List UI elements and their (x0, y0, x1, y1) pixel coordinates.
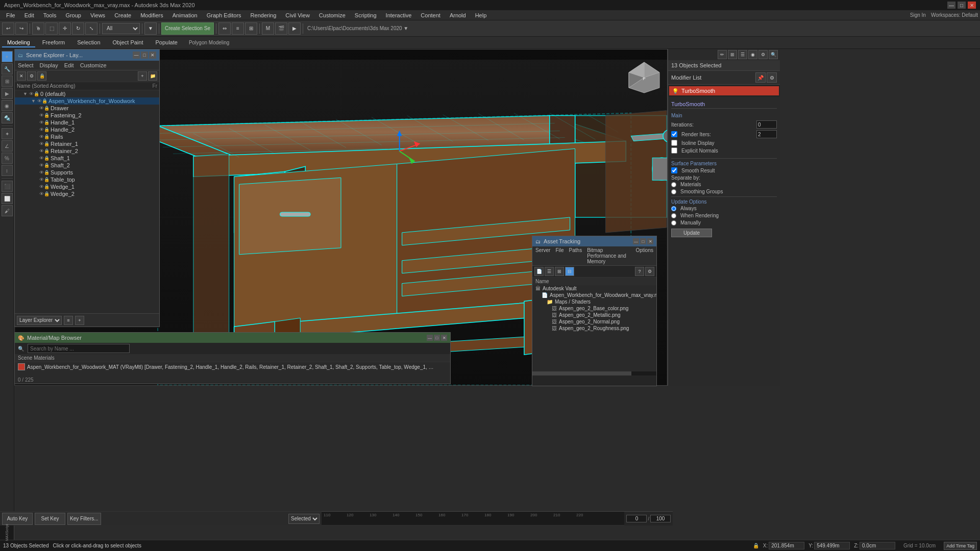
se-maximize-button[interactable]: □ (141, 52, 148, 59)
se-item-shaft1[interactable]: 👁🔒 Shaft_1 (15, 155, 159, 162)
mirror-button[interactable]: ⇔ (218, 22, 231, 35)
at-scroll-thumb[interactable] (532, 371, 631, 375)
at-item-roughness[interactable]: 🖼 Aspen_geo_2_Roughness.png (532, 325, 656, 332)
x-input[interactable] (769, 542, 804, 549)
at-tb-settings[interactable]: ⚙ (645, 267, 654, 276)
add-time-tag-button[interactable]: Add Time Tag (944, 542, 977, 550)
at-scrollbar[interactable] (532, 371, 656, 375)
timeline-total-time[interactable] (650, 515, 671, 522)
se-item-fastening2[interactable]: 👁🔒 Fastening_2 (15, 112, 159, 119)
align-button[interactable]: ≡ (232, 22, 244, 35)
menu-customize[interactable]: Customize (315, 11, 350, 19)
modifier-turbosm[interactable]: 💡 TurboSmooth (669, 86, 779, 95)
se-footer-btn2[interactable]: + (75, 316, 84, 325)
se-item-handle2[interactable]: 👁🔒 Handle_2 (15, 126, 159, 133)
mb-search-input[interactable] (28, 344, 130, 353)
sidebar-percent[interactable]: % (2, 153, 13, 164)
menu-civil-view[interactable]: Civil View (281, 11, 313, 19)
menu-interactive[interactable]: Interactive (382, 11, 416, 19)
se-tb-folder[interactable]: 📁 (148, 71, 157, 81)
rp-vp-btn2[interactable]: ⊞ (728, 50, 737, 59)
se-item-shaft2[interactable]: 👁🔒 Shaft_2 (15, 162, 159, 169)
at-tb-btn3[interactable]: ⊞ (555, 267, 564, 276)
rp-vp-btn1[interactable]: ✏ (718, 50, 727, 59)
ts-explicit-check[interactable] (671, 147, 677, 154)
at-tb-btn4[interactable]: ⊟ (565, 267, 574, 276)
tab-freeform[interactable]: Freeform (37, 38, 70, 47)
scale-button[interactable]: ⤡ (85, 22, 97, 35)
tab-selection[interactable]: Selection (72, 38, 105, 47)
z-input[interactable] (860, 542, 895, 549)
menu-modifiers[interactable]: Modifiers (136, 11, 167, 19)
mb-material-item[interactable]: Aspen_Workbench_for_Woodwork_MAT (VRayMt… (15, 362, 450, 371)
se-menu-select[interactable]: Select (18, 62, 34, 68)
ts-iterations-input[interactable] (756, 120, 777, 129)
menu-help[interactable]: Help (471, 11, 491, 19)
ts-smooth-check[interactable] (671, 167, 677, 173)
at-menu-bitmap[interactable]: Bitmap Performance and Memory (587, 247, 630, 264)
at-item-vault[interactable]: 🏛 Autodesk Vault (532, 285, 656, 292)
mb-maximize-button[interactable]: □ (434, 335, 440, 341)
menu-animation[interactable]: Animation (168, 11, 202, 19)
sidebar-viewport1[interactable]: ⬛ (2, 181, 13, 192)
at-item-file[interactable]: 📄 Aspen_Workbench_for_Woodwork_max_vray.… (532, 292, 656, 298)
menu-scripting[interactable]: Scripting (351, 11, 381, 19)
render-setup-button[interactable]: 🎬 (275, 22, 287, 35)
menu-create[interactable]: Create (110, 11, 135, 19)
at-item-metallic[interactable]: 🖼 Aspen_geo_2_Metallic.png (532, 312, 656, 318)
at-menu-server[interactable]: Server (535, 247, 550, 264)
rp-vp-btn6[interactable]: 🔍 (769, 50, 778, 59)
se-item-rails[interactable]: 👁🔒 Rails (15, 133, 159, 140)
render-button[interactable]: ▶ (288, 22, 301, 35)
sidebar-hierarchy[interactable]: ⊞ (2, 76, 13, 87)
se-item-wedge1[interactable]: 👁🔒 Wedge_1 (15, 183, 159, 190)
sidebar-spinner[interactable]: ↕ (2, 165, 13, 176)
minimize-button[interactable]: — (947, 2, 955, 9)
array-button[interactable]: ⊞ (245, 22, 257, 35)
at-item-maps[interactable]: 📁 Maps / Shaders (532, 298, 656, 305)
select-region-button[interactable]: ⬚ (45, 22, 58, 35)
tab-modeling[interactable]: Modeling (2, 38, 35, 47)
at-item-base-color[interactable]: 🖼 Aspen_geo_2_Base_color.png (532, 305, 656, 312)
menu-graph-editors[interactable]: Graph Editors (203, 11, 246, 19)
move-button[interactable]: ✛ (59, 22, 71, 35)
rp-vp-btn5[interactable]: ⚙ (758, 50, 768, 59)
nav-cube[interactable]: P (626, 60, 662, 95)
se-tb-add[interactable]: + (138, 71, 147, 81)
se-item-handle1[interactable]: 👁🔒 Handle_1 (15, 119, 159, 126)
ts-materials-radio[interactable] (671, 182, 676, 187)
select-object-button[interactable]: 🖱 (32, 22, 44, 35)
sidebar-modify[interactable]: 🔧 (2, 63, 13, 74)
rp-vp-btn3[interactable]: ☰ (738, 50, 747, 59)
ts-smoothing-radio[interactable] (671, 189, 676, 194)
sign-in[interactable]: Sign In (910, 12, 926, 18)
sidebar-motion[interactable]: ▶ (2, 88, 13, 99)
set-key-button[interactable]: Set Key (35, 513, 65, 525)
se-tb-filter[interactable]: ✕ (17, 71, 26, 81)
at-maximize-button[interactable]: □ (640, 238, 646, 244)
key-filters-button[interactable]: Key Filters... (67, 513, 101, 525)
auto-key-button[interactable]: Auto Key (2, 513, 33, 525)
mb-minimize-button[interactable]: — (427, 335, 433, 341)
menu-rendering[interactable]: Rendering (247, 11, 281, 19)
at-menu-options[interactable]: Options (636, 247, 653, 264)
rotate-button[interactable]: ↻ (72, 22, 84, 35)
at-content[interactable]: 🏛 Autodesk Vault 📄 Aspen_Workbench_for_W… (532, 285, 656, 332)
at-menu-paths[interactable]: Paths (569, 247, 582, 264)
sidebar-snap[interactable]: ✦ (2, 128, 13, 139)
ts-render-iters-check[interactable] (671, 131, 677, 137)
at-tb-btn2[interactable]: ☰ (545, 267, 554, 276)
menu-group[interactable]: Group (61, 11, 85, 19)
rp-mod-config[interactable]: ⚙ (767, 72, 777, 83)
rp-mod-pin[interactable]: 📌 (755, 72, 766, 83)
at-minimize-button[interactable]: — (633, 238, 639, 244)
menu-edit[interactable]: Edit (20, 11, 38, 19)
at-menu-file[interactable]: File (555, 247, 564, 264)
se-tb-lock[interactable]: 🔒 (37, 71, 46, 81)
se-item-root[interactable]: ▼ 👁🔒 0 (default) (15, 90, 159, 97)
sidebar-angle[interactable]: ∠ (2, 140, 13, 152)
se-content[interactable]: ▼ 👁🔒 0 (default) ▼ 👁🔒 Aspen_Workbench_fo… (15, 90, 159, 309)
se-item-tabletop[interactable]: 👁🔒 Table_top (15, 176, 159, 183)
reference-coord-button[interactable]: ▼ (144, 22, 157, 35)
close-button[interactable]: ✕ (968, 2, 976, 9)
